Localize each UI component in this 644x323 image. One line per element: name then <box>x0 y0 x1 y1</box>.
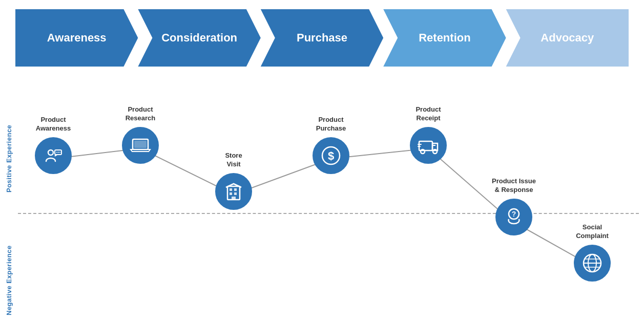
stage-awareness: Awareness <box>15 9 138 67</box>
stage-advocacy-label: Advocacy <box>541 31 594 45</box>
tp-awareness-circle <box>35 137 72 174</box>
stage-retention-label: Retention <box>419 31 470 45</box>
stage-purchase: Purchase <box>261 9 383 67</box>
stage-purchase-label: Purchase <box>297 31 347 45</box>
tp-research-circle <box>122 127 159 164</box>
touchpoint-store: StoreVisit <box>215 152 252 210</box>
touchpoint-receipt: ProductReceipt <box>410 105 447 164</box>
touchpoint-issue: Product Issue& Response ? <box>492 177 536 235</box>
tp-issue-label: Product Issue& Response <box>492 177 536 195</box>
svg-point-3 <box>58 152 59 153</box>
tp-receipt-label: ProductReceipt <box>416 105 441 123</box>
positive-experience-label: Positive Experience <box>5 100 13 192</box>
svg-text:?: ? <box>512 210 516 218</box>
touchpoint-complaint: SocialComplaint <box>574 223 611 282</box>
stage-retention: Retention <box>383 9 506 67</box>
tp-purchase-circle: $ <box>313 137 349 174</box>
tp-receipt-circle <box>410 127 447 164</box>
svg-rect-12 <box>232 197 236 200</box>
tp-issue-circle: ? <box>495 199 532 235</box>
svg-point-0 <box>48 150 53 155</box>
main-container: Awareness Consideration Purchase Retenti… <box>0 9 644 323</box>
tp-research-label: ProductResearch <box>126 105 156 123</box>
negative-experience-label: Negative Experience <box>5 223 13 315</box>
tp-complaint-label: SocialComplaint <box>576 223 609 241</box>
stage-advocacy: Advocacy <box>506 9 629 67</box>
tp-awareness-label: ProductAwareness <box>36 116 71 133</box>
svg-point-4 <box>59 152 60 153</box>
touchpoint-research: ProductResearch <box>122 105 159 164</box>
tp-complaint-circle <box>574 245 611 282</box>
journey-area: Positive Experience Negative Experience … <box>0 85 644 323</box>
tp-store-label: StoreVisit <box>225 152 242 169</box>
svg-point-17 <box>433 149 437 154</box>
svg-rect-6 <box>134 141 147 148</box>
touchpoint-awareness: ProductAwareness <box>35 116 72 174</box>
svg-rect-8 <box>230 188 232 191</box>
touchpoint-purchase: ProductPurchase $ <box>313 116 349 174</box>
tp-purchase-label: ProductPurchase <box>316 116 346 133</box>
svg-rect-11 <box>234 192 237 195</box>
svg-rect-10 <box>230 192 232 195</box>
svg-text:$: $ <box>328 149 334 162</box>
stage-banner: Awareness Consideration Purchase Retenti… <box>0 9 644 67</box>
svg-point-16 <box>421 149 425 154</box>
stage-consideration-label: Consideration <box>161 31 237 45</box>
svg-rect-15 <box>419 141 432 150</box>
svg-rect-9 <box>234 188 237 191</box>
stage-awareness-label: Awareness <box>47 31 107 45</box>
experience-divider <box>18 213 639 214</box>
svg-point-2 <box>56 152 57 153</box>
tp-store-circle <box>215 173 252 210</box>
stage-consideration: Consideration <box>138 9 260 67</box>
